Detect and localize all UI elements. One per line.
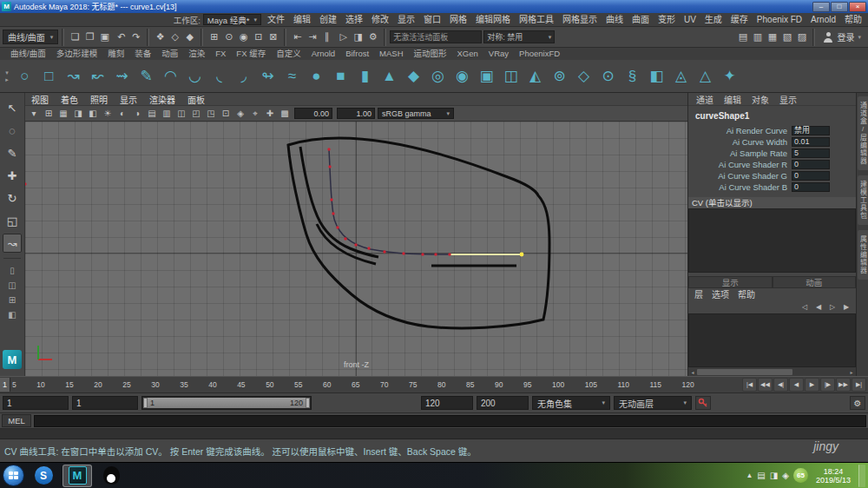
time-slider[interactable]: 1 51015202530354045505560657075808590951… <box>0 376 868 393</box>
viewport-menu-item[interactable]: 照明 <box>84 93 114 106</box>
attribute-value-field[interactable]: 0 <box>792 182 830 192</box>
start-button[interactable] <box>3 465 24 486</box>
cv-curve[interactable] <box>329 149 450 254</box>
shelf-tab[interactable]: Arnold <box>306 48 340 60</box>
layout-outliner-icon[interactable]: ◧ <box>4 308 20 320</box>
taskbar-qq-icon[interactable] <box>96 465 126 487</box>
poly-pipe-icon[interactable]: ◧ <box>645 63 668 89</box>
minimize-button[interactable]: – <box>812 2 830 12</box>
default-material-icon[interactable]: ▩ <box>278 107 292 120</box>
exposure-field[interactable]: 0.00 <box>294 108 332 119</box>
plugin-shading-icon[interactable]: ◈ <box>233 107 247 120</box>
layer-menu-item[interactable]: 层 <box>690 287 707 300</box>
play-backwards-button[interactable]: ◀ <box>789 378 804 392</box>
attribute-toggle-icon[interactable]: ▧ <box>779 30 794 45</box>
offset-curve-icon[interactable]: ≈ <box>280 63 304 89</box>
menu-item[interactable]: 曲线 <box>602 13 628 26</box>
input-connections-icon[interactable]: ⇤ <box>290 30 305 45</box>
animation-start-field[interactable]: 1 <box>3 396 69 410</box>
shelf-tab[interactable]: 多边形建模 <box>51 48 103 60</box>
range-slider[interactable]: 1 120 <box>141 396 312 410</box>
tray-badge[interactable]: 65 <box>793 468 808 483</box>
layer-last-icon[interactable]: ▶ <box>840 303 852 311</box>
menu-item[interactable]: UV <box>680 13 700 26</box>
sidebar-vertical-tab[interactable]: 通道盒/层编辑器 <box>858 96 868 170</box>
snap-curve-icon[interactable]: ⊙ <box>221 30 236 45</box>
menu-item[interactable]: 网格显示 <box>558 13 602 26</box>
symmetry-dropdown[interactable]: 对称: 禁用 <box>483 30 555 43</box>
select-object-icon[interactable]: ◇ <box>168 30 182 45</box>
menu-item[interactable]: 帮助 <box>840 13 866 26</box>
taskbar-browser-icon[interactable]: S <box>29 465 58 487</box>
tray-network-icon[interactable]: ◨ <box>770 471 778 480</box>
menu-item[interactable]: Phoenix FD <box>753 13 806 26</box>
channel-box-menu-item[interactable]: 对象 <box>747 93 773 106</box>
cv-list-area[interactable] <box>688 208 856 273</box>
range-slider-handle[interactable]: 1 120 <box>143 398 310 408</box>
gate-mask-icon[interactable]: ◧ <box>86 107 100 120</box>
ao-icon[interactable]: ◑ <box>130 107 144 120</box>
move-tool-icon[interactable]: ✚ <box>3 166 22 185</box>
menu-item[interactable]: 显示 <box>393 13 419 26</box>
menu-item[interactable]: 编辑 <box>289 13 315 26</box>
scroll-left-icon[interactable]: ◂ <box>688 369 697 375</box>
snap-point-icon[interactable]: ◉ <box>236 30 251 45</box>
nurbs-sphere-icon[interactable]: ● <box>305 63 328 89</box>
output-connections-icon[interactable]: ⇥ <box>305 30 319 45</box>
anim-layer-dropdown[interactable]: 无动画层 <box>614 396 692 410</box>
poly-cube-icon[interactable]: ▣ <box>475 63 498 89</box>
menu-item[interactable]: 曲面 <box>628 13 654 26</box>
manipulator-icon[interactable]: ✚ <box>263 107 277 120</box>
cv-active-point[interactable] <box>520 253 524 257</box>
curve-fillet-icon[interactable]: ◟ <box>207 63 231 89</box>
title-bar[interactable]: M Autodesk Maya 2018: 无标题* --- curve1.cv… <box>0 0 868 13</box>
open-scene-icon[interactable]: ❐ <box>82 30 97 45</box>
nurbs-plane-icon[interactable]: ◆ <box>402 63 425 89</box>
construction-history-icon[interactable]: ∥ <box>319 30 334 45</box>
command-input[interactable] <box>34 415 866 427</box>
two-point-arc-icon[interactable]: ◡ <box>183 63 207 89</box>
viewport-menu-item[interactable]: 视图 <box>25 93 55 106</box>
shelf-tab[interactable]: 运动图形 <box>409 48 452 60</box>
render-icon[interactable]: ▷ <box>336 30 351 45</box>
playback-start-field[interactable]: 1 <box>72 396 138 410</box>
step-forward-frame-button[interactable]: ▶▶ <box>836 378 851 392</box>
new-scene-icon[interactable]: ❏ <box>68 30 82 45</box>
tray-volume-icon[interactable]: ◈ <box>782 471 789 480</box>
snap-grid-icon[interactable]: ⊞ <box>207 30 221 45</box>
layout-single-pane-icon[interactable]: ▯ <box>4 264 20 276</box>
scrollbar-thumb[interactable] <box>697 369 792 375</box>
xray-icon[interactable]: ◳ <box>204 107 218 120</box>
play-forwards-button[interactable]: ▶ <box>805 378 819 392</box>
layout-four-pane-icon[interactable]: ⊞ <box>4 293 20 306</box>
taskbar-maya-icon[interactable]: M <box>62 465 92 487</box>
cv-points[interactable] <box>25 148 451 255</box>
pencil-curve-tool-icon[interactable]: ✎ <box>135 63 158 89</box>
snap-view-icon[interactable]: ⌖ <box>248 107 262 120</box>
shelf-tab[interactable]: FX <box>210 48 231 60</box>
current-cv-curve-tool-icon[interactable]: ↝ <box>3 234 22 253</box>
menu-item[interactable]: 缓存 <box>727 13 753 26</box>
layer-editor-tab[interactable]: 动画 <box>773 276 857 288</box>
ep-curve-tool-icon[interactable]: ↜ <box>86 63 109 89</box>
shelf-menu-icon[interactable]: ▾ <box>5 69 9 76</box>
resolution-gate-icon[interactable]: ◨ <box>71 107 85 120</box>
select-hierarchy-icon[interactable]: ❖ <box>153 30 168 45</box>
attribute-value-field[interactable]: 0 <box>792 160 830 169</box>
viewport-canvas[interactable]: front -Z <box>25 122 687 376</box>
poly-disc-icon[interactable]: ⊙ <box>596 63 620 89</box>
step-back-key-button[interactable]: ◀| <box>773 378 788 392</box>
menu-item[interactable]: 变形 <box>654 13 680 26</box>
command-language-button[interactable]: MEL <box>2 414 31 427</box>
menu-item[interactable]: 网格 <box>445 13 471 26</box>
outliner-toggle-icon[interactable]: ▦ <box>765 30 779 45</box>
shelf-tab[interactable]: 自定义 <box>271 48 306 60</box>
nurbs-cylinder-icon[interactable]: ▮ <box>353 63 377 89</box>
shelf-tab[interactable]: Bifrost <box>340 48 374 60</box>
menu-item[interactable]: 修改 <box>367 13 393 26</box>
redo-icon[interactable]: ↷ <box>128 30 143 45</box>
poly-cone-icon[interactable]: ◭ <box>523 63 547 89</box>
three-point-arc-icon[interactable]: ◠ <box>159 63 182 89</box>
camera-select-icon[interactable]: ▾ <box>27 107 41 120</box>
cv-curve-tool-icon[interactable]: ↝ <box>62 63 85 89</box>
